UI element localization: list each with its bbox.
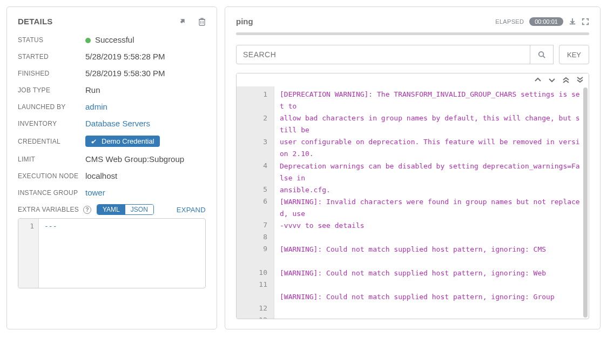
download-icon[interactable]	[569, 18, 576, 25]
progress-bar	[236, 32, 589, 35]
output-gutter: 12345678910111213	[237, 86, 274, 319]
inventory-label: INVENTORY	[18, 120, 85, 127]
job-name: ping	[236, 17, 253, 26]
svg-rect-0	[199, 19, 205, 25]
code-line-number: 1	[30, 222, 34, 230]
credential-text: Demo Credential	[102, 137, 154, 145]
inventory-link[interactable]: Database Servers	[85, 119, 150, 128]
output-line	[280, 255, 581, 267]
line-number: 8	[237, 231, 267, 243]
line-number: 12	[237, 302, 267, 314]
status-dot-icon	[85, 38, 91, 43]
bottom-icon[interactable]	[577, 77, 583, 83]
output-line: [WARNING]: Could not match supplied host…	[280, 267, 581, 279]
line-number: 6	[237, 196, 267, 219]
jobtype-label: JOB TYPE	[18, 86, 85, 94]
expand-button[interactable]: EXPAND	[177, 206, 206, 214]
finished-label: FINISHED	[18, 70, 85, 77]
output-line: Deprecation warnings can be disabled by …	[280, 160, 581, 184]
line-number: 5	[237, 184, 267, 196]
toggle-yaml[interactable]: YAML	[97, 205, 125, 214]
scrollbar[interactable]	[583, 87, 588, 318]
delete-icon[interactable]	[198, 17, 206, 26]
format-toggle: YAML JSON	[97, 204, 154, 215]
status-label: STATUS	[18, 36, 85, 44]
relaunch-icon[interactable]	[178, 17, 186, 26]
output-box: 12345678910111213[DEPRECATION WARNING]: …	[236, 73, 589, 319]
credential-label: CREDENTIAL	[18, 138, 85, 145]
execnode-label: EXECUTION NODE	[18, 172, 85, 180]
output-line: user configurable on deprecation. This f…	[280, 136, 581, 160]
started-value: 5/28/2019 5:58:28 PM	[85, 52, 165, 61]
output-line	[280, 232, 581, 244]
started-label: STARTED	[18, 53, 85, 60]
status-text: Successful	[95, 35, 134, 44]
top-icon[interactable]	[563, 77, 569, 83]
help-icon[interactable]: ?	[83, 206, 91, 214]
code-content: ---	[39, 219, 62, 288]
line-number: 13	[237, 314, 267, 319]
line-number: 11	[237, 279, 267, 302]
line-number: 10	[237, 267, 267, 279]
limit-value: CMS Web Group:Subgroup	[85, 154, 184, 164]
output-line: -vvvv to see details	[280, 220, 581, 232]
output-line: [WARNING]: Could not match supplied host…	[280, 291, 581, 303]
line-number: 1	[237, 89, 267, 112]
key-button[interactable]: KEY	[559, 45, 589, 64]
line-number: 9	[237, 243, 267, 267]
extra-vars-editor[interactable]: 1 ---	[18, 218, 206, 288]
details-panel: DETAILS STATUS Successful STARTED 5/28/2…	[6, 6, 217, 329]
output-area[interactable]: 12345678910111213[DEPRECATION WARNING]: …	[237, 86, 589, 319]
output-line: ansible.cfg.	[280, 184, 581, 196]
up-icon[interactable]	[535, 77, 541, 83]
instancegroup-label: INSTANCE GROUP	[18, 189, 85, 197]
credential-badge[interactable]: Demo Credential	[85, 136, 160, 147]
output-line: [WARNING]: Invalid characters were found…	[280, 196, 581, 220]
toggle-json[interactable]: JSON	[125, 205, 153, 214]
elapsed-label: ELAPSED	[495, 18, 524, 25]
execnode-value: localhost	[85, 171, 117, 180]
line-number: 2	[237, 112, 267, 136]
finished-value: 5/28/2019 5:58:30 PM	[85, 69, 165, 78]
svg-rect-2	[93, 139, 96, 142]
down-icon[interactable]	[549, 77, 555, 83]
elapsed-value: 00:00:01	[529, 17, 563, 26]
line-number: 3	[237, 136, 267, 160]
line-number: 7	[237, 219, 267, 231]
launchedby-link[interactable]: admin	[85, 102, 107, 111]
code-gutter: 1	[18, 219, 39, 288]
search-input[interactable]	[236, 45, 530, 64]
output-line: [DEPRECATION WARNING]: The TRANSFORM_INV…	[280, 89, 581, 112]
details-title: DETAILS	[18, 17, 52, 26]
output-line: [WARNING]: Could not match supplied host…	[280, 244, 581, 255]
output-line: allow bad characters in group names by d…	[280, 112, 581, 136]
extravars-label: EXTRA VARIABLES	[18, 206, 79, 213]
launchedby-label: LAUNCHED BY	[18, 103, 85, 111]
jobtype-value: Run	[85, 85, 100, 95]
expand-icon[interactable]	[582, 18, 589, 25]
search-button[interactable]	[530, 45, 554, 64]
key-icon	[91, 138, 97, 145]
instancegroup-link[interactable]: tower	[85, 188, 105, 197]
limit-label: LIMIT	[18, 156, 85, 163]
output-line	[280, 279, 581, 291]
status-value: Successful	[85, 35, 134, 44]
svg-point-3	[539, 52, 544, 57]
output-panel: ping ELAPSED 00:00:01 KEY	[225, 6, 601, 329]
output-content: [DEPRECATION WARNING]: The TRANSFORM_INV…	[274, 86, 589, 319]
line-number: 4	[237, 160, 267, 184]
